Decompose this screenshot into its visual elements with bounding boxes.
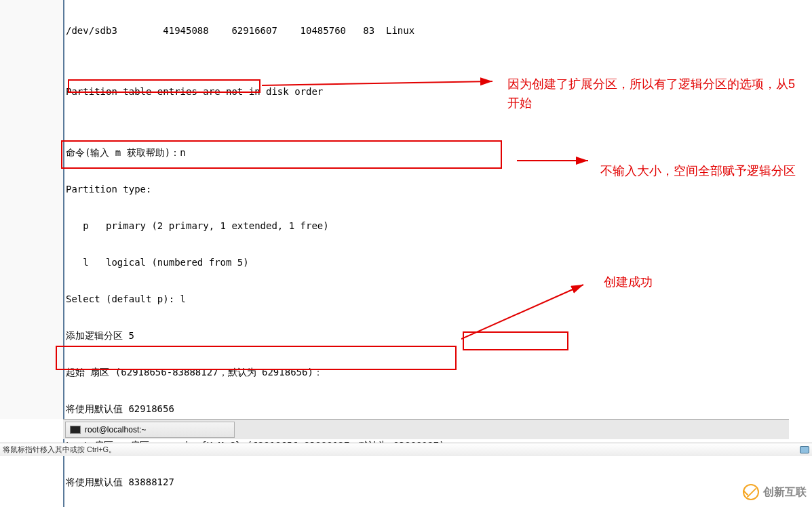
terminal-line: 将使用默认值 62918656	[66, 403, 789, 415]
watermark-text: 创新互联	[763, 485, 807, 500]
terminal-line: l logical (numbered from 5)	[66, 256, 789, 268]
taskbar: root@localhost:~	[63, 419, 789, 439]
monitor-icon	[800, 446, 809, 453]
terminal-line: 命令(输入 m 获取帮助)：n	[66, 146, 789, 159]
statusbar: 将鼠标指针移入其中或按 Ctrl+G。	[0, 443, 812, 456]
taskbar-label: root@localhost:~	[85, 425, 147, 434]
terminal-line: p primary (2 primary, 1 extended, 1 free…	[66, 220, 789, 232]
terminal-line: /dev/sdb3 41945088 62916607 10485760 83 …	[66, 24, 789, 37]
annotation-no-size: 不输入大小，空间全部赋予逻辑分区	[600, 161, 811, 180]
statusbar-text: 将鼠标指针移入其中或按 Ctrl+G。	[3, 445, 116, 455]
annotation-logical-option: 因为创建了扩展分区，所以有了逻辑分区的选项，从5开始	[507, 75, 799, 113]
watermark-logo-icon	[743, 484, 759, 500]
terminal-icon	[70, 426, 81, 434]
left-gutter	[0, 0, 63, 419]
watermark: 创新互联	[743, 484, 807, 500]
annotation-success: 创建成功	[604, 272, 653, 291]
terminal-line: Partition type:	[66, 183, 789, 195]
terminal-line: 起始 扇区 (62918656-83888127，默认为 62918656)：	[66, 366, 789, 378]
terminal-line: 添加逻辑分区 5	[66, 329, 789, 342]
terminal-line: 将使用默认值 83888127	[66, 476, 789, 488]
taskbar-item-terminal[interactable]: root@localhost:~	[65, 422, 235, 438]
terminal-line: Select (default p): l	[66, 293, 789, 305]
